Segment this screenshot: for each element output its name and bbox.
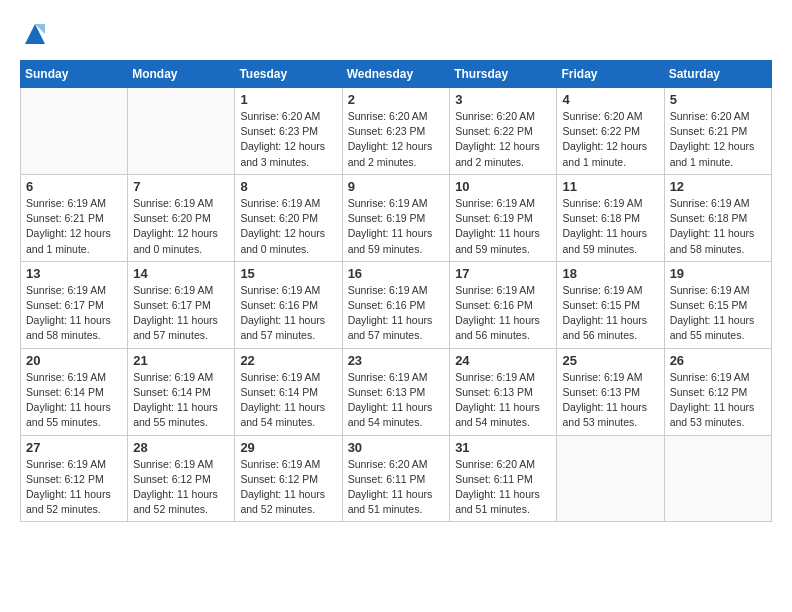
day-number: 24: [455, 353, 551, 368]
day-info: Sunrise: 6:19 AM Sunset: 6:12 PM Dayligh…: [240, 457, 336, 518]
day-info: Sunrise: 6:19 AM Sunset: 6:13 PM Dayligh…: [455, 370, 551, 431]
day-info: Sunrise: 6:19 AM Sunset: 6:16 PM Dayligh…: [348, 283, 445, 344]
day-info: Sunrise: 6:19 AM Sunset: 6:21 PM Dayligh…: [26, 196, 122, 257]
calendar-cell: 2Sunrise: 6:20 AM Sunset: 6:23 PM Daylig…: [342, 88, 450, 175]
calendar-week-row: 1Sunrise: 6:20 AM Sunset: 6:23 PM Daylig…: [21, 88, 772, 175]
calendar-week-row: 13Sunrise: 6:19 AM Sunset: 6:17 PM Dayli…: [21, 261, 772, 348]
calendar-cell: 7Sunrise: 6:19 AM Sunset: 6:20 PM Daylig…: [128, 174, 235, 261]
day-number: 18: [562, 266, 658, 281]
day-number: 28: [133, 440, 229, 455]
day-info: Sunrise: 6:20 AM Sunset: 6:23 PM Dayligh…: [240, 109, 336, 170]
day-info: Sunrise: 6:19 AM Sunset: 6:14 PM Dayligh…: [26, 370, 122, 431]
day-number: 13: [26, 266, 122, 281]
calendar-cell: 27Sunrise: 6:19 AM Sunset: 6:12 PM Dayli…: [21, 435, 128, 522]
weekday-header: Wednesday: [342, 61, 450, 88]
day-number: 31: [455, 440, 551, 455]
day-number: 8: [240, 179, 336, 194]
day-number: 11: [562, 179, 658, 194]
day-number: 15: [240, 266, 336, 281]
day-number: 5: [670, 92, 766, 107]
page-header: [20, 20, 772, 50]
weekday-header: Saturday: [664, 61, 771, 88]
day-info: Sunrise: 6:19 AM Sunset: 6:19 PM Dayligh…: [348, 196, 445, 257]
calendar-cell: 22Sunrise: 6:19 AM Sunset: 6:14 PM Dayli…: [235, 348, 342, 435]
day-info: Sunrise: 6:19 AM Sunset: 6:14 PM Dayligh…: [240, 370, 336, 431]
calendar-cell: 21Sunrise: 6:19 AM Sunset: 6:14 PM Dayli…: [128, 348, 235, 435]
weekday-header: Tuesday: [235, 61, 342, 88]
day-info: Sunrise: 6:20 AM Sunset: 6:23 PM Dayligh…: [348, 109, 445, 170]
calendar-cell: 10Sunrise: 6:19 AM Sunset: 6:19 PM Dayli…: [450, 174, 557, 261]
calendar-cell: 15Sunrise: 6:19 AM Sunset: 6:16 PM Dayli…: [235, 261, 342, 348]
calendar-cell: 23Sunrise: 6:19 AM Sunset: 6:13 PM Dayli…: [342, 348, 450, 435]
day-number: 30: [348, 440, 445, 455]
day-info: Sunrise: 6:20 AM Sunset: 6:22 PM Dayligh…: [562, 109, 658, 170]
day-number: 22: [240, 353, 336, 368]
day-number: 2: [348, 92, 445, 107]
calendar-cell: 29Sunrise: 6:19 AM Sunset: 6:12 PM Dayli…: [235, 435, 342, 522]
day-number: 26: [670, 353, 766, 368]
day-info: Sunrise: 6:19 AM Sunset: 6:20 PM Dayligh…: [133, 196, 229, 257]
calendar-cell: 17Sunrise: 6:19 AM Sunset: 6:16 PM Dayli…: [450, 261, 557, 348]
day-number: 23: [348, 353, 445, 368]
logo: [20, 20, 49, 50]
day-info: Sunrise: 6:19 AM Sunset: 6:14 PM Dayligh…: [133, 370, 229, 431]
day-number: 25: [562, 353, 658, 368]
weekday-header: Thursday: [450, 61, 557, 88]
calendar-header-row: SundayMondayTuesdayWednesdayThursdayFrid…: [21, 61, 772, 88]
calendar-cell: 31Sunrise: 6:20 AM Sunset: 6:11 PM Dayli…: [450, 435, 557, 522]
day-info: Sunrise: 6:19 AM Sunset: 6:19 PM Dayligh…: [455, 196, 551, 257]
calendar-cell: 28Sunrise: 6:19 AM Sunset: 6:12 PM Dayli…: [128, 435, 235, 522]
day-info: Sunrise: 6:19 AM Sunset: 6:17 PM Dayligh…: [26, 283, 122, 344]
day-info: Sunrise: 6:20 AM Sunset: 6:11 PM Dayligh…: [455, 457, 551, 518]
calendar-week-row: 20Sunrise: 6:19 AM Sunset: 6:14 PM Dayli…: [21, 348, 772, 435]
day-info: Sunrise: 6:20 AM Sunset: 6:21 PM Dayligh…: [670, 109, 766, 170]
day-number: 29: [240, 440, 336, 455]
day-number: 9: [348, 179, 445, 194]
day-number: 14: [133, 266, 229, 281]
calendar-cell: 3Sunrise: 6:20 AM Sunset: 6:22 PM Daylig…: [450, 88, 557, 175]
day-info: Sunrise: 6:19 AM Sunset: 6:13 PM Dayligh…: [348, 370, 445, 431]
calendar-cell: [664, 435, 771, 522]
calendar-cell: 9Sunrise: 6:19 AM Sunset: 6:19 PM Daylig…: [342, 174, 450, 261]
calendar-cell: 26Sunrise: 6:19 AM Sunset: 6:12 PM Dayli…: [664, 348, 771, 435]
weekday-header: Friday: [557, 61, 664, 88]
calendar-cell: 12Sunrise: 6:19 AM Sunset: 6:18 PM Dayli…: [664, 174, 771, 261]
day-number: 17: [455, 266, 551, 281]
day-info: Sunrise: 6:19 AM Sunset: 6:16 PM Dayligh…: [240, 283, 336, 344]
calendar-cell: 5Sunrise: 6:20 AM Sunset: 6:21 PM Daylig…: [664, 88, 771, 175]
day-info: Sunrise: 6:19 AM Sunset: 6:15 PM Dayligh…: [670, 283, 766, 344]
calendar-cell: [21, 88, 128, 175]
calendar-cell: 6Sunrise: 6:19 AM Sunset: 6:21 PM Daylig…: [21, 174, 128, 261]
day-number: 19: [670, 266, 766, 281]
day-info: Sunrise: 6:19 AM Sunset: 6:12 PM Dayligh…: [26, 457, 122, 518]
calendar-cell: 30Sunrise: 6:20 AM Sunset: 6:11 PM Dayli…: [342, 435, 450, 522]
weekday-header: Sunday: [21, 61, 128, 88]
calendar-week-row: 27Sunrise: 6:19 AM Sunset: 6:12 PM Dayli…: [21, 435, 772, 522]
day-info: Sunrise: 6:19 AM Sunset: 6:20 PM Dayligh…: [240, 196, 336, 257]
day-info: Sunrise: 6:19 AM Sunset: 6:16 PM Dayligh…: [455, 283, 551, 344]
day-number: 4: [562, 92, 658, 107]
day-info: Sunrise: 6:19 AM Sunset: 6:12 PM Dayligh…: [670, 370, 766, 431]
calendar-cell: 20Sunrise: 6:19 AM Sunset: 6:14 PM Dayli…: [21, 348, 128, 435]
calendar-cell: 1Sunrise: 6:20 AM Sunset: 6:23 PM Daylig…: [235, 88, 342, 175]
calendar-cell: 11Sunrise: 6:19 AM Sunset: 6:18 PM Dayli…: [557, 174, 664, 261]
weekday-header: Monday: [128, 61, 235, 88]
day-info: Sunrise: 6:19 AM Sunset: 6:18 PM Dayligh…: [562, 196, 658, 257]
calendar-cell: 25Sunrise: 6:19 AM Sunset: 6:13 PM Dayli…: [557, 348, 664, 435]
day-number: 12: [670, 179, 766, 194]
day-info: Sunrise: 6:19 AM Sunset: 6:15 PM Dayligh…: [562, 283, 658, 344]
calendar-cell: 8Sunrise: 6:19 AM Sunset: 6:20 PM Daylig…: [235, 174, 342, 261]
day-number: 7: [133, 179, 229, 194]
day-info: Sunrise: 6:19 AM Sunset: 6:13 PM Dayligh…: [562, 370, 658, 431]
day-number: 16: [348, 266, 445, 281]
day-number: 3: [455, 92, 551, 107]
day-number: 10: [455, 179, 551, 194]
day-number: 20: [26, 353, 122, 368]
day-info: Sunrise: 6:19 AM Sunset: 6:17 PM Dayligh…: [133, 283, 229, 344]
day-info: Sunrise: 6:20 AM Sunset: 6:11 PM Dayligh…: [348, 457, 445, 518]
calendar-cell: 19Sunrise: 6:19 AM Sunset: 6:15 PM Dayli…: [664, 261, 771, 348]
calendar-cell: 24Sunrise: 6:19 AM Sunset: 6:13 PM Dayli…: [450, 348, 557, 435]
calendar-cell: 18Sunrise: 6:19 AM Sunset: 6:15 PM Dayli…: [557, 261, 664, 348]
calendar-cell: [128, 88, 235, 175]
calendar-cell: 16Sunrise: 6:19 AM Sunset: 6:16 PM Dayli…: [342, 261, 450, 348]
